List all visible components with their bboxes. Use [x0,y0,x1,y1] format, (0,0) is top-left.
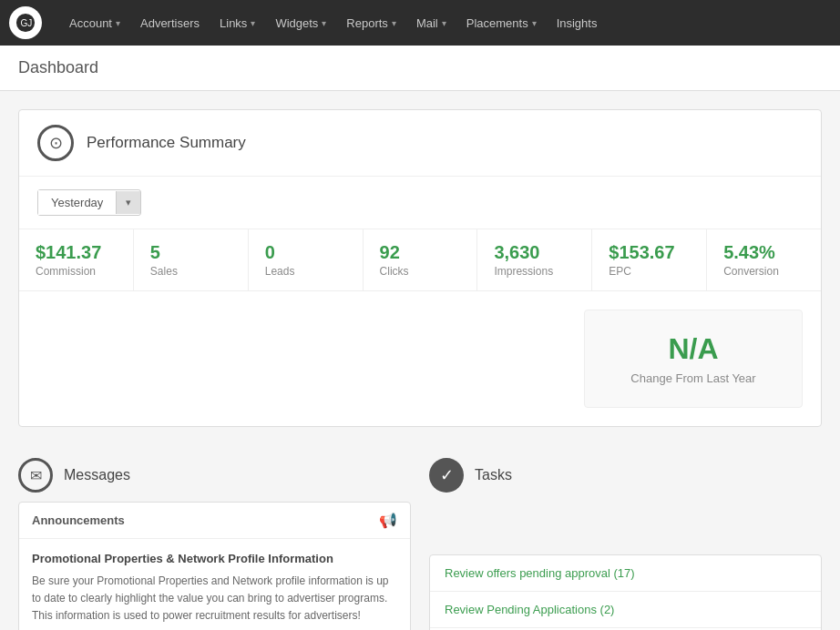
stat-impressions: 3,630 Impressions [477,229,592,290]
tasks-card: Review offers pending approval (17) Revi… [429,554,822,630]
announcements-body: Promotional Properties & Network Profile… [19,539,410,630]
stat-epc: $153.67 EPC [592,229,707,290]
stat-epc-value: $153.67 [609,242,690,263]
checkmark-icon: ✓ [429,458,464,493]
date-select[interactable]: Yesterday ▾ [37,189,141,216]
nav-item-mail[interactable]: Mail ▾ [407,11,456,36]
navigation: GJ Account ▾ Advertisers Links ▾ Widgets… [0,0,840,46]
nav-item-links[interactable]: Links ▾ [210,11,264,36]
announcements-header: Announcements 📢 [19,503,410,539]
page-title: Dashboard [18,58,822,77]
date-row: Yesterday ▾ [19,177,821,229]
stat-commission-label: Commission [36,265,117,278]
stat-clicks-value: 92 [380,242,461,263]
stat-impressions-label: Impressions [494,265,575,278]
nav-item-insights[interactable]: Insights [548,11,607,36]
stat-sales-value: 5 [150,242,231,263]
date-select-label: Yesterday [38,190,116,215]
placements-dropdown-arrow: ▾ [532,18,537,28]
widgets-dropdown-arrow: ▾ [322,18,326,28]
announcements-title: Announcements [32,513,125,527]
stat-impressions-value: 3,630 [494,242,575,263]
task-item-applications[interactable]: Review Pending Applications (2) [430,592,821,628]
nav-items-list: Account ▾ Advertisers Links ▾ Widgets ▾ … [60,11,606,36]
stat-conversion-value: 5.43% [723,242,804,263]
stat-epc-label: EPC [609,265,690,278]
nav-item-account[interactable]: Account ▾ [60,11,129,36]
stat-sales-label: Sales [150,265,231,278]
reports-dropdown-arrow: ▾ [392,18,396,28]
stat-leads-label: Leads [265,265,346,278]
stat-clicks: 92 Clicks [364,229,478,290]
tasks-section: ✓ Tasks Review offers pending approval (… [429,445,822,630]
gauge-icon: ⊙ [37,125,74,161]
date-dropdown-arrow[interactable]: ▾ [116,191,140,214]
svg-text:GJ: GJ [21,18,33,28]
performance-summary-card: ⊙ Performance Summary Yesterday ▾ $141.3… [18,109,822,427]
megaphone-icon: 📢 [379,512,397,529]
announce-post-title: Promotional Properties & Network Profile… [32,552,397,565]
tasks-section-header: ✓ Tasks [429,445,822,502]
bottom-grid: ✉ Messages Announcements 📢 Promotional P… [18,445,822,630]
announcements-card: Announcements 📢 Promotional Properties &… [18,502,411,630]
stats-row: $141.37 Commission 5 Sales 0 Leads 92 Cl… [19,229,821,291]
stat-leads-value: 0 [265,242,346,263]
nia-section: N/A Change From Last Year [19,291,821,426]
announce-post-body: Be sure your Promotional Properties and … [32,573,397,630]
messages-section: ✉ Messages Announcements 📢 Promotional P… [18,445,411,630]
nav-item-widgets[interactable]: Widgets ▾ [266,11,335,36]
nav-item-advertisers[interactable]: Advertisers [131,11,209,36]
links-dropdown-arrow: ▾ [251,18,255,28]
stat-conversion: 5.43% Conversion [707,229,821,290]
app-logo: GJ [9,6,42,39]
nav-item-reports[interactable]: Reports ▾ [337,11,405,36]
stat-leads: 0 Leads [249,229,364,290]
messages-section-header: ✉ Messages [18,445,411,502]
nia-box: N/A Change From Last Year [584,310,803,408]
nia-value: N/A [603,332,784,366]
main-content: ⊙ Performance Summary Yesterday ▾ $141.3… [0,91,840,630]
stat-commission: $141.37 Commission [19,229,134,290]
nav-item-placements[interactable]: Placements ▾ [457,11,546,36]
stat-commission-value: $141.37 [36,242,117,263]
performance-summary-title: Performance Summary [87,134,246,152]
envelope-icon: ✉ [18,458,53,493]
stat-conversion-label: Conversion [723,265,804,278]
messages-section-title: Messages [64,467,130,483]
performance-summary-header: ⊙ Performance Summary [19,110,821,177]
stat-sales: 5 Sales [134,229,249,290]
task-item-offers[interactable]: Review offers pending approval (17) [430,555,821,592]
account-dropdown-arrow: ▾ [116,18,120,28]
breadcrumb-bar: Dashboard [0,46,840,91]
stat-clicks-label: Clicks [380,265,461,278]
nia-label: Change From Last Year [603,371,784,385]
tasks-section-title: Tasks [475,467,512,483]
mail-dropdown-arrow: ▾ [442,18,446,28]
